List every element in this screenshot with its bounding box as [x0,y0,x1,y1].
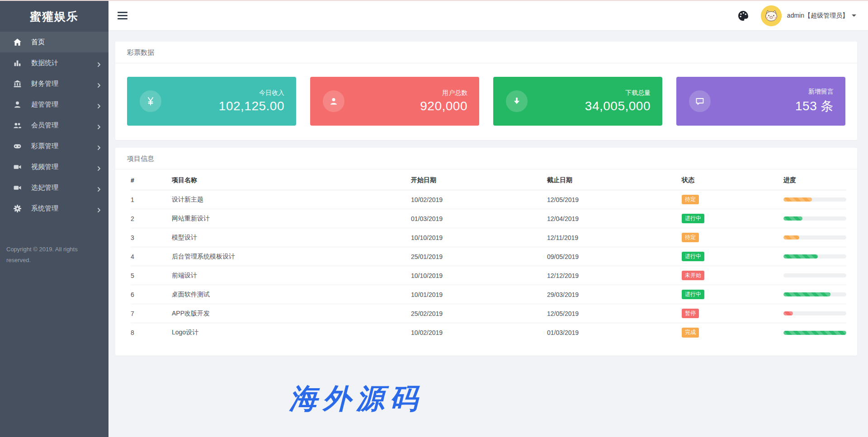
sidebar-item-super-admin[interactable]: 超管管理 [0,94,108,115]
progress-bar-fill [783,197,812,202]
status-badge: 未开始 [682,271,704,281]
sidebar-item-finance[interactable]: 财务管理 [0,73,108,94]
user-menu[interactable]: admin【超级管理员】 [787,12,856,20]
end-date: 12/04/2019 [547,215,682,222]
progress-bar-fill [783,216,802,221]
projects-panel-title: 项目信息 [127,155,154,162]
top-loading-strip [0,0,868,1]
sidebar-item-data-stats[interactable]: 数据统计 [0,52,108,73]
progress-track [783,235,846,240]
progress-track [783,197,846,202]
sidebar-item-label: 数据统计 [31,59,58,67]
start-date: 10/02/2019 [411,329,547,336]
stat-label: 今日收入 [219,89,284,97]
project-name: 模型设计 [172,234,411,242]
start-date: 10/10/2019 [411,272,547,279]
chevron-right-icon [97,123,101,131]
col-header: 状态 [682,176,783,184]
sidebar-item-system[interactable]: 系统管理 [0,198,108,219]
watermark-text: 海外源码 [289,380,423,418]
sidebar-item-members[interactable]: 会员管理 [0,115,108,136]
gear-icon [13,204,22,213]
yen-icon [140,90,161,112]
end-date: 29/03/2019 [547,291,682,298]
lottery-stats-panel: 彩票数据 今日收入 102,125.00 用户总数 920,000 [115,42,857,140]
table-row: 6 桌面软件测试 10/01/2019 29/03/2019 进行中 [131,285,846,304]
col-header: 进度 [783,176,846,184]
row-index: 6 [131,291,172,298]
gamepad-icon [13,142,22,150]
sidebar-item-label: 超管管理 [31,100,58,109]
stat-card-income[interactable]: 今日收入 102,125.00 [127,77,296,126]
col-header: 开始日期 [411,176,547,184]
progress-track [783,311,846,315]
sidebar-item-home[interactable]: 首页 [0,32,108,52]
main-content: 彩票数据 今日收入 102,125.00 用户总数 920,000 [108,31,868,437]
stat-label: 用户总数 [420,89,467,97]
progress-track [783,273,846,277]
row-index: 1 [131,196,172,203]
project-name: 网站重新设计 [172,215,411,223]
progress-track [783,292,846,296]
stat-card-downloads[interactable]: 下载总量 34,005,000 [493,77,662,126]
end-date: 01/03/2019 [547,329,682,336]
stats-panel-title: 彩票数据 [127,48,154,56]
status-badge: 待定 [682,195,699,205]
stat-label: 新增留言 [795,88,834,96]
project-name: APP改版开发 [172,310,411,318]
stat-card-users[interactable]: 用户总数 920,000 [310,77,479,126]
sidebar-item-label: 视频管理 [31,163,58,171]
topbar: admin【超级管理员】 [108,1,868,31]
end-date: 12/11/2019 [547,234,682,241]
stat-value: 920,000 [420,99,467,113]
progress-bar-fill [783,235,799,240]
download-icon [506,90,528,112]
sidebar-item-lottery[interactable]: 彩票管理 [0,136,108,156]
status-badge: 进行中 [682,214,704,224]
progress-track [783,216,846,221]
projects-panel: 项目信息 # 项目名称 开始日期 截止日期 状态 进度 1 设计新主题 10/0… [115,148,857,356]
table-row: 3 模型设计 10/10/2019 12/11/2019 待定 [131,228,846,247]
start-date: 10/10/2019 [411,234,547,241]
start-date: 25/02/2019 [411,310,547,317]
progress-bar-fill [783,292,830,296]
end-date: 09/05/2019 [547,253,682,260]
project-name: 桌面软件测试 [172,291,411,299]
table-row: 5 前端设计 10/10/2019 12/12/2019 未开始 [131,266,846,285]
chevron-right-icon [97,81,101,89]
theme-palette-icon[interactable] [737,10,749,22]
start-date: 10/01/2019 [411,291,547,298]
sidebar-item-label: 首页 [31,38,45,47]
table-row: 2 网站重新设计 01/03/2019 12/04/2019 进行中 [131,209,846,228]
projects-table: # 项目名称 开始日期 截止日期 状态 进度 1 设计新主题 10/02/201… [115,169,857,356]
status-badge: 进行中 [682,252,704,262]
end-date: 12/05/2019 [547,196,682,203]
stat-label: 下载总量 [585,89,651,97]
sidebar-toggle-button[interactable] [118,10,127,21]
chevron-right-icon [97,61,101,68]
row-index: 4 [131,253,172,260]
end-date: 12/12/2019 [547,272,682,279]
project-name: 后台管理系统模板设计 [172,253,411,261]
row-index: 5 [131,272,172,279]
progress-bar-fill [783,254,818,258]
sidebar: 蜜獾娱乐 首页 数据统计 财务管理 超管管理 会员管理 [0,1,108,437]
stat-card-messages[interactable]: 新增留言 153 条 [676,77,845,126]
avatar[interactable] [761,5,782,26]
start-date: 01/03/2019 [411,215,547,222]
row-index: 2 [131,215,172,222]
sidebar-item-label: 会员管理 [31,121,58,130]
progress-bar-fill [783,331,846,335]
sidebar-item-girl-select[interactable]: 选妃管理 [0,177,108,198]
comment-icon [689,90,711,112]
video-icon [13,163,22,171]
chevron-down-icon [852,14,856,17]
status-badge: 进行中 [682,290,704,300]
stat-value: 34,005,000 [585,99,651,113]
row-index: 8 [131,329,172,336]
sidebar-item-video[interactable]: 视频管理 [0,156,108,177]
project-name: 前端设计 [172,272,411,280]
chevron-right-icon [97,144,101,151]
end-date: 12/05/2019 [547,310,682,317]
col-header: 截止日期 [547,176,682,184]
